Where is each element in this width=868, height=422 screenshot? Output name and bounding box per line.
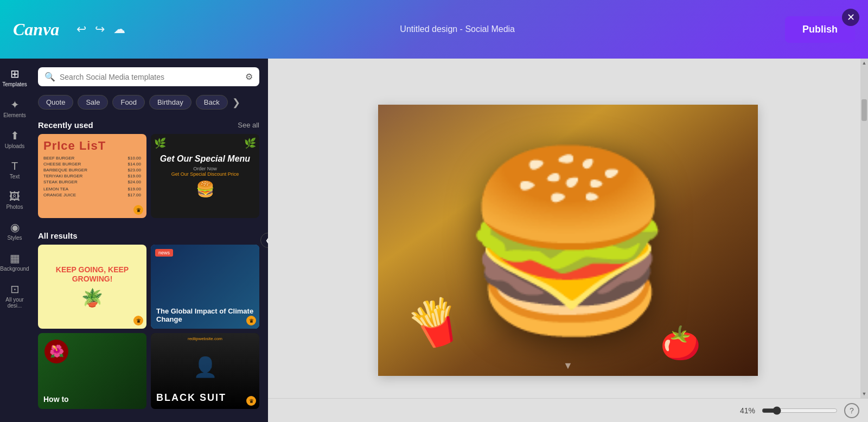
decor-leaf-icon: 🌿 (154, 137, 166, 149)
scroll-track (860, 67, 868, 389)
price-list-items: BEEF BURGER$10.00 CHEESE BURGER$14.00 BA… (43, 155, 141, 199)
sidebar-item-photos[interactable]: 🖼 Photos (1, 186, 28, 214)
crown-badge: ♛ (133, 205, 143, 215)
tag-more-button[interactable]: ❯ (232, 97, 240, 108)
text-icon: T (11, 160, 18, 172)
sidebar-item-label: Background (0, 266, 29, 272)
website-label: redlipwebsite.com (188, 336, 222, 341)
sidebar-item-text[interactable]: T Text (1, 156, 28, 184)
black-suit-text: BLACK SUIT (156, 392, 254, 404)
styles-icon: ◉ (10, 221, 20, 234)
sidebar-item-all-designs[interactable]: ⊡ All your desi... (1, 278, 28, 313)
sidebar-item-label: Templates (2, 81, 27, 87)
zoom-help-button[interactable]: ? (844, 403, 859, 418)
burger-emoji: 🍔 (196, 180, 215, 198)
burger-image: 🍔 🍟 🍅 ▼ (378, 105, 758, 376)
canvas-scroll[interactable]: 🍔 🍟 🍅 ▼ (268, 59, 868, 422)
zoom-bar: 41% ? (268, 398, 868, 422)
see-all-button[interactable]: See all (238, 121, 259, 129)
header-center: Untitled design - Social Media (130, 24, 785, 34)
decor-leaf-right-icon: 🌿 (244, 137, 256, 149)
crown-badge-4: ♛ (246, 396, 256, 406)
templates-panel: 🔍 ⚙ Quote Sale Food Birthday Back ❯ Rece… (29, 59, 268, 422)
search-icon: 🔍 (44, 72, 55, 82)
app-header: Canva ↩ ↪ ☁ Untitled design - Social Med… (0, 0, 868, 59)
sidebar-item-label: Text (10, 174, 20, 180)
ketchup-visual: 🍅 (660, 324, 701, 362)
templates-icon: ⊞ (10, 67, 20, 80)
scroll-thumb[interactable] (861, 99, 867, 121)
template-card-price-list[interactable]: PrIce LisT BEEF BURGER$10.00 CHEESE BURG… (38, 134, 146, 218)
crown-badge-3: ♛ (246, 316, 256, 325)
sidebar-item-background[interactable]: ▦ Background (1, 247, 28, 276)
canvas-scrollbar: ▲ ▼ (860, 59, 868, 398)
tag-row: Quote Sale Food Birthday Back ❯ (29, 95, 268, 116)
search-bar: 🔍 ⚙ (38, 67, 259, 86)
all-results-grid: KEEP GOING, KEEP GROWING! 🪴 ♛ news The G… (29, 245, 268, 418)
tag-birthday[interactable]: Birthday (149, 95, 192, 110)
undo-button[interactable]: ↩ (76, 22, 86, 36)
template-card-how-to[interactable]: 🌺 How to (38, 333, 146, 409)
how-to-text: How to (43, 395, 141, 404)
sidebar-item-label: All your desi... (3, 297, 26, 309)
background-icon: ▦ (10, 252, 20, 265)
recently-used-grid: PrIce LisT BEEF BURGER$10.00 CHEESE BURG… (29, 134, 268, 227)
keep-growing-text: KEEP GOING, KEEP GROWING! (44, 265, 140, 284)
zoom-percent: 41% (740, 406, 755, 415)
flower-icon: 🌺 (44, 340, 68, 363)
search-input[interactable] (60, 73, 241, 81)
save-button[interactable]: ☁ (113, 22, 125, 36)
canvas-area: 🍔 🍟 🍅 ▼ (268, 59, 868, 422)
close-button[interactable]: ✕ (842, 9, 859, 26)
recently-used-title: Recently used (38, 120, 93, 130)
redo-button[interactable]: ↪ (95, 22, 105, 36)
special-menu-title: Get Our Special Menu (160, 154, 250, 164)
sidebar-item-styles[interactable]: ◉ Styles (1, 216, 28, 245)
filter-icon[interactable]: ⚙ (245, 72, 253, 82)
price-list-title: PrIce LisT (43, 139, 141, 152)
plant-emoji: 🪴 (81, 287, 103, 308)
tag-sale[interactable]: Sale (78, 95, 108, 110)
special-menu-card-body: 🌿 🌿 Get Our Special Menu Order Now Get O… (151, 134, 259, 218)
canvas-page[interactable]: 🍔 🍟 🍅 ▼ (378, 105, 758, 376)
scroll-up-arrow[interactable]: ▲ (860, 59, 868, 67)
sidebar-item-elements[interactable]: ✦ Elements (1, 94, 28, 123)
sidebar-item-label: Photos (6, 204, 23, 210)
black-suit-card-body: 👤 redlipwebsite.com BLACK SUIT ♛ (151, 333, 259, 409)
scroll-down-arrow[interactable]: ▼ (860, 389, 868, 398)
tag-quote[interactable]: Quote (38, 95, 73, 110)
sidebar-item-label: Styles (7, 235, 22, 241)
template-card-keep-growing[interactable]: KEEP GOING, KEEP GROWING! 🪴 ♛ (38, 245, 146, 329)
icon-sidebar: ⊞ Templates ✦ Elements ⬆ Uploads T Text … (0, 59, 29, 422)
design-title: Untitled design - Social Media (400, 24, 515, 34)
elements-icon: ✦ (10, 98, 20, 111)
special-menu-discount: Get Our Special Discount Price (171, 171, 239, 177)
recently-used-section: Recently used See all (29, 116, 268, 134)
canva-logo: Canva (13, 20, 59, 40)
zoom-slider[interactable] (762, 406, 838, 415)
tag-food[interactable]: Food (112, 95, 145, 110)
template-card-climate[interactable]: news The Global Impact of Climate Change… (151, 245, 259, 329)
crown-badge-2: ♛ (133, 316, 143, 325)
sidebar-item-label: Uploads (5, 143, 25, 149)
all-designs-icon: ⊡ (10, 283, 20, 296)
sidebar-item-label: Elements (3, 112, 26, 118)
climate-text: The Global Impact of Climate Change (156, 307, 254, 323)
photos-icon: 🖼 (9, 190, 20, 203)
special-menu-subtitle: Order Now (193, 166, 217, 171)
sidebar-item-uploads[interactable]: ⬆ Uploads (1, 125, 28, 154)
person-silhouette: 👤 (193, 356, 218, 379)
how-to-card-body: 🌺 How to (38, 333, 146, 409)
template-card-special-menu[interactable]: 🌿 🌿 Get Our Special Menu Order Now Get O… (151, 134, 259, 218)
sidebar-item-templates[interactable]: ⊞ Templates (1, 63, 28, 92)
template-card-black-suit[interactable]: 👤 redlipwebsite.com BLACK SUIT ♛ (151, 333, 259, 409)
burger-visual: 🍔 (460, 154, 676, 327)
bottom-indicator: ▼ (563, 360, 573, 372)
uploads-icon: ⬆ (10, 129, 20, 142)
all-results-title: All results (29, 227, 268, 245)
climate-card-body: news The Global Impact of Climate Change… (151, 245, 259, 329)
keep-growing-card-body: KEEP GOING, KEEP GROWING! 🪴 ♛ (38, 245, 146, 329)
price-list-card-body: PrIce LisT BEEF BURGER$10.00 CHEESE BURG… (38, 134, 146, 218)
tag-back[interactable]: Back (196, 95, 228, 110)
news-badge: news (155, 249, 173, 257)
